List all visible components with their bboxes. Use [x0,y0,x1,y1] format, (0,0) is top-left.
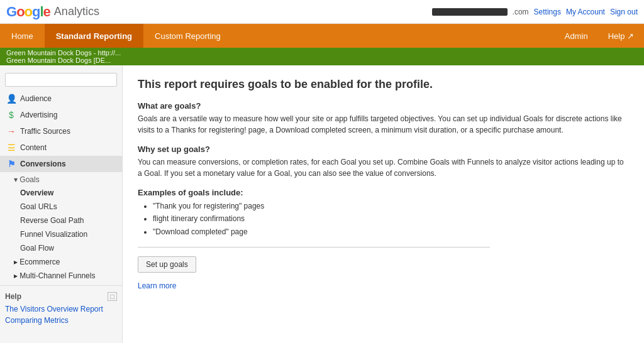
setup-goals-button[interactable]: Set up goals [138,256,196,273]
sidebar-sub-reverse-goal-path[interactable]: Reverse Goal Path [0,214,122,227]
sidebar-divider [0,285,122,286]
search-input[interactable] [5,73,117,87]
sidebar-item-audience[interactable]: 👤 Audience [0,90,122,107]
page-title: This report requires goals to be enabled… [138,78,629,91]
help-section: Help □ The Visitors Overview Report Comp… [0,288,122,330]
tab-admin[interactable]: Admin [555,24,598,48]
conversions-icon: ⚑ [6,159,16,169]
settings-link[interactable]: Settings [534,8,561,16]
tab-custom-reporting[interactable]: Custom Reporting [143,24,232,48]
section-divider [138,247,490,248]
sidebar-item-traffic-label: Traffic Sources [20,127,70,136]
list-item-1: flight itinerary confirmations [153,212,629,225]
section-body-0: Goals are a versatile way to measure how… [138,113,629,136]
email-bar [432,8,508,16]
help-link-1[interactable]: Comparing Metrics [5,315,117,326]
sidebar-item-content-label: Content [20,143,47,152]
analytics-logo-text: Analytics [54,5,99,18]
layout: 👤 Audience $ Advertising → Traffic Sourc… [0,65,644,343]
sign-out-link[interactable]: Sign out [610,8,638,16]
section-heading-2: Examples of goals include: [138,188,629,197]
account-line1: Green Mountain Dock Dogs - http://... [6,49,121,57]
section-heading-0: What are goals? [138,101,629,111]
audience-icon: 👤 [6,94,16,104]
help-header: Help □ [5,292,117,301]
tab-home[interactable]: Home [0,24,45,48]
help-collapse-button[interactable]: □ [108,292,117,301]
sidebar-item-conversions-label: Conversions [20,160,66,168]
account-line2: Green Mountain Dock Dogs [DE... [6,57,121,64]
sidebar-item-conversions[interactable]: ⚑ Conversions [0,156,122,172]
content-icon: ☰ [6,143,16,153]
logo-area: Google Analytics [6,4,99,20]
sidebar-item-advertising[interactable]: $ Advertising [0,107,122,123]
sidebar-multichannel[interactable]: ▸ Multi-Channel Funnels [0,269,122,283]
tab-standard-reporting[interactable]: Standard Reporting [45,24,143,48]
account-info: Green Mountain Dock Dogs - http://... Gr… [6,49,121,64]
goals-group: ▾ Goals Overview Goal URLs Reverse Goal … [0,172,122,255]
my-account-link[interactable]: My Account [566,8,605,16]
learn-more-link[interactable]: Learn more [138,281,176,290]
sidebar-sub-goal-flow[interactable]: Goal Flow [0,241,122,255]
search-box[interactable] [5,73,117,87]
list-item-0: "Thank you for registering" pages [153,200,629,212]
sidebar-sub-overview[interactable]: Overview [0,186,122,200]
tab-help[interactable]: Help ↗ [598,24,644,48]
sidebar-item-audience-label: Audience [20,94,52,103]
header: Google Analytics .com Settings My Accoun… [0,0,644,24]
sidebar: 👤 Audience $ Advertising → Traffic Sourc… [0,65,123,343]
sidebar-item-content[interactable]: ☰ Content [0,139,122,156]
sidebar-item-advertising-label: Advertising [20,111,57,119]
google-logo: Google [6,4,50,20]
sidebar-item-traffic[interactable]: → Traffic Sources [0,123,122,139]
sidebar-ecommerce[interactable]: ▸ Ecommerce [0,255,122,269]
list-item-2: "Download completed" page [153,226,629,238]
help-title: Help [5,292,21,301]
section-body-1: You can measure conversions, or completi… [138,156,629,179]
domain-text: .com [513,8,529,16]
help-link-0[interactable]: The Visitors Overview Report [5,303,117,315]
advertising-icon: $ [6,110,16,120]
header-right: .com Settings My Account Sign out [432,8,638,16]
sidebar-sub-goal-urls[interactable]: Goal URLs [0,200,122,214]
account-bar: Green Mountain Dock Dogs - http://... Gr… [0,48,644,65]
goals-list: "Thank you for registering" pages flight… [153,200,629,238]
sidebar-sub-funnel-viz[interactable]: Funnel Visualization [0,227,122,241]
nav-right: Admin Help ↗ [555,24,644,48]
main-content: This report requires goals to be enabled… [123,65,644,343]
nav-bar: Home Standard Reporting Custom Reporting… [0,24,644,48]
section-heading-1: Why set up goals? [138,144,629,154]
traffic-icon: → [6,126,16,136]
goals-group-label[interactable]: ▾ Goals [0,172,122,186]
